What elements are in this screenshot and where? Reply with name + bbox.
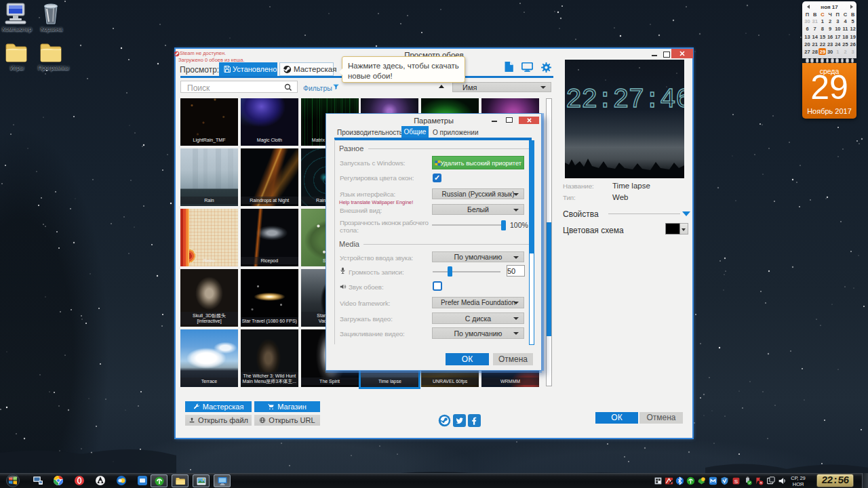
svg-text:22:27:46: 22:27:46: [566, 85, 684, 115]
svg-text:S: S: [734, 479, 738, 485]
